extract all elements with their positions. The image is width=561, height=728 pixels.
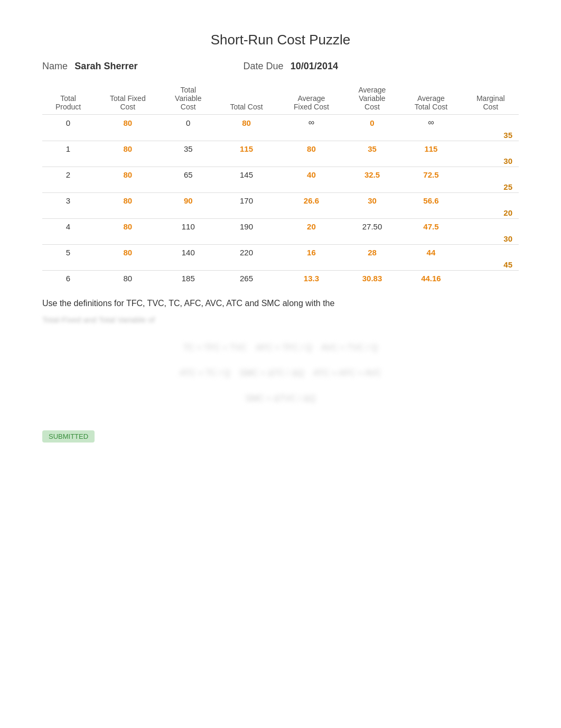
meta-row: Name Sarah Sherrer Date Due 10/01/2014 [42,61,519,72]
name-value: Sarah Sherrer [74,61,137,71]
table-row: 080080∞0∞ [42,115,519,131]
marginal-row: 35 [42,131,519,141]
page-title: Short-Run Cost Puzzle [42,32,519,48]
marginal-row: 30 [42,156,519,167]
name-label: Name [42,61,68,71]
col-header-atc: AverageTotal Cost [399,82,462,115]
body-text: Use the definitions for TFC, TVC, TC, AF… [42,299,519,308]
date-label: Date Due [243,61,283,71]
col-header-product: TotalProduct [42,82,94,115]
col-header-mc: MarginalCost [463,82,519,115]
table-row: 4801101902027.5047.5 [42,219,519,235]
col-header-afc: AverageFixed Cost [278,82,344,115]
col-header-tvc: TotalVariableCost [162,82,215,115]
submitted-badge: SUBMITTED [42,430,95,443]
table-row: 180351158035115 [42,141,519,157]
marginal-row: 45 [42,260,519,271]
col-header-tfc: Total FixedCost [94,82,162,115]
marginal-row: 30 [42,234,519,245]
blurred-formulas: TC = TFC + TVC AFC = TFC / Q AVC = TVC /… [42,335,519,411]
table-row: 280651454032.572.5 [42,167,519,183]
col-header-tc: Total Cost [215,82,278,115]
date-value: 10/01/2014 [291,61,338,71]
table-row: 68018526513.330.8344.16 [42,271,519,287]
blurred-section: Total-Fixed and Total Variable of [42,312,519,327]
cost-table: TotalProduct Total FixedCost TotalVariab… [42,82,519,286]
table-row: 3809017026.63056.6 [42,193,519,209]
table-row: 580140220162844 [42,245,519,261]
marginal-row: 20 [42,208,519,219]
col-header-avc: AverageVariableCost [345,82,400,115]
marginal-row: 25 [42,182,519,193]
